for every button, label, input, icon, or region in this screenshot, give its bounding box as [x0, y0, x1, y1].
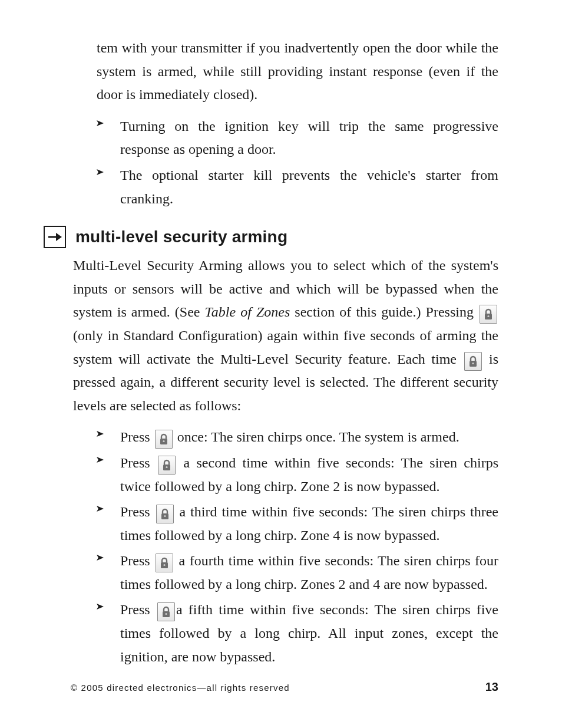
list-item: Press a third time within five seconds: … — [97, 500, 498, 547]
step-post: a third time within five seconds: The si… — [120, 504, 498, 543]
intro-text-d: (only in Standard Configuration) again w… — [73, 328, 498, 367]
step-pre: Press — [120, 455, 157, 470]
step-pre: Press — [120, 602, 156, 617]
svg-marker-8 — [97, 431, 104, 437]
svg-point-10 — [163, 440, 164, 442]
continuation-paragraph: tem with your transmitter if you inadver… — [97, 37, 498, 107]
lock-icon — [464, 352, 482, 371]
lock-icon — [156, 554, 173, 572]
step-text: Press a third time within five seconds: … — [120, 500, 498, 547]
bullet-arrow-icon — [97, 602, 107, 668]
section-arrow-icon — [44, 226, 66, 248]
page-number: 13 — [485, 680, 498, 694]
section-heading: multi-level security arming — [44, 226, 498, 248]
svg-marker-11 — [97, 457, 104, 463]
bullet-arrow-icon — [97, 430, 107, 449]
lock-icon — [158, 456, 176, 475]
step-text: Press a fifth time within five seconds: … — [120, 598, 498, 668]
list-item: Press a fourth time within five seconds:… — [97, 549, 498, 596]
svg-point-19 — [164, 564, 166, 566]
bullet-text: Turning on the ignition key will trip th… — [120, 115, 498, 162]
step-post: a fourth time within five seconds: The s… — [120, 553, 498, 592]
step-pre: Press — [120, 553, 154, 568]
step-text: Press once: The siren chirps once. The s… — [120, 426, 498, 449]
svg-marker-14 — [97, 506, 104, 512]
steps-list: Press once: The siren chirps once. The s… — [97, 426, 498, 668]
bullet-arrow-icon — [97, 505, 107, 547]
svg-marker-0 — [97, 120, 104, 126]
document-page: tem with your transmitter if you inadver… — [0, 0, 562, 728]
bullet-arrow-icon — [97, 168, 107, 210]
step-pre: Press — [120, 504, 155, 519]
svg-marker-3 — [56, 233, 62, 241]
list-item: Press once: The siren chirps once. The s… — [97, 426, 498, 449]
step-text: Press a second time within five seconds:… — [120, 452, 498, 498]
list-item: The optional starter kill prevents the v… — [97, 164, 498, 210]
svg-marker-20 — [97, 604, 104, 610]
lock-icon — [157, 602, 175, 621]
step-post: a second time within five seconds: The s… — [120, 455, 498, 494]
lock-icon — [155, 430, 173, 449]
bullet-arrow-icon — [97, 119, 107, 162]
section-intro: Multi-Level Security Arming allows you t… — [73, 254, 498, 417]
svg-point-5 — [487, 315, 489, 317]
bullet-arrow-icon — [97, 456, 107, 498]
lock-icon — [480, 305, 497, 324]
list-item: Press a fifth time within five seconds: … — [97, 598, 498, 668]
svg-point-7 — [472, 362, 474, 364]
page-footer: © 2005 directed electronics—all rights r… — [71, 680, 498, 694]
svg-marker-1 — [97, 169, 104, 175]
footer-copyright: © 2005 directed electronics—all rights r… — [71, 683, 290, 693]
svg-point-22 — [165, 613, 167, 615]
bullet-text: The optional starter kill prevents the v… — [120, 164, 498, 210]
svg-point-16 — [164, 515, 166, 517]
step-pre: Press — [120, 429, 154, 444]
intro-paragraph: Multi-Level Security Arming allows you t… — [73, 254, 498, 417]
continuation-bullets: Turning on the ignition key will trip th… — [97, 115, 498, 210]
list-item: Turning on the ignition key will trip th… — [97, 115, 498, 162]
step-text: Press a fourth time within five seconds:… — [120, 549, 498, 596]
continuation-text: tem with your transmitter if you inadver… — [97, 37, 498, 107]
step-post: once: The siren chirps once. The system … — [174, 429, 459, 444]
bullet-arrow-icon — [97, 554, 107, 596]
svg-marker-17 — [97, 555, 104, 561]
section-title: multi-level security arming — [75, 228, 287, 246]
intro-text-italic: Table of Zones — [205, 304, 290, 319]
svg-point-13 — [166, 466, 167, 468]
intro-text-c: section of this guide.) Pressing — [290, 304, 478, 319]
step-post: a fifth time within five seconds: The si… — [120, 602, 498, 664]
list-item: Press a second time within five seconds:… — [97, 452, 498, 498]
lock-icon — [156, 505, 174, 523]
